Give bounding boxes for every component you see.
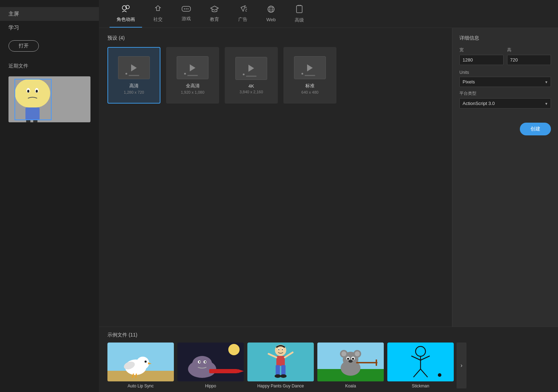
svg-line-33	[136, 374, 136, 378]
character-icon	[121, 5, 130, 14]
tab-ads[interactable]: 广告	[230, 0, 255, 28]
tab-games[interactable]: 游戏	[174, 0, 199, 28]
play-icon	[307, 64, 313, 71]
auto-lip-thumb	[107, 343, 174, 381]
svg-rect-53	[276, 365, 280, 375]
hippo-thumb	[177, 343, 244, 381]
svg-rect-71	[376, 359, 377, 366]
presets-section: 预设 (4) 高清 1,280 x 720	[99, 28, 452, 327]
open-btn-container: 打开	[0, 35, 99, 57]
stickman-name: Stickman	[387, 384, 454, 388]
happy-pants-name: Happy Pants Guy Dance	[247, 384, 314, 388]
examples-row: Auto Lip Sync	[107, 343, 550, 388]
tab-web[interactable]: Web	[259, 0, 283, 28]
preset-4k-size: 3,840 x 2,160	[240, 90, 263, 94]
sidebar: 主屏 学习 打开 近期文件	[0, 0, 99, 392]
example-happy-pants[interactable]: Happy Pants Guy Dance	[247, 343, 314, 388]
height-group: 高	[507, 47, 551, 65]
tab-games-label: 游戏	[182, 16, 191, 22]
svg-point-64	[355, 351, 360, 356]
happy-pants-thumb	[247, 343, 314, 381]
content-area: 预设 (4) 高清 1,280 x 720	[99, 28, 558, 327]
create-btn-container: 创建	[459, 123, 551, 135]
stickman-thumb	[387, 343, 454, 381]
preset-fullhd-name: 全高清	[186, 83, 200, 89]
svg-point-29	[145, 361, 147, 363]
recent-thumb-svg	[8, 76, 90, 122]
hippo-name: Hippo	[177, 384, 244, 388]
svg-rect-70	[356, 362, 377, 363]
width-label: 宽	[459, 47, 504, 53]
preset-standard-name: 标准	[305, 83, 315, 89]
koala-thumb	[317, 343, 384, 381]
svg-rect-54	[281, 365, 286, 375]
web-icon	[267, 5, 275, 15]
create-button[interactable]: 创建	[520, 123, 551, 135]
preset-hd[interactable]: 高清 1,280 x 720	[107, 47, 160, 104]
example-hippo[interactable]: Hippo	[177, 343, 244, 388]
platform-select-wrapper: ActionScript 3.0 HTML5 Canvas WebGL	[459, 98, 551, 109]
svg-rect-9	[33, 120, 37, 122]
preset-standard-icon	[294, 56, 326, 79]
svg-point-67	[347, 358, 349, 360]
preset-4k-icon	[235, 57, 267, 80]
sidebar-item-learn[interactable]: 学习	[0, 21, 99, 35]
height-label: 高	[507, 47, 551, 53]
tab-character-label: 角色动画	[117, 16, 135, 23]
advanced-icon	[296, 5, 303, 15]
svg-rect-8	[26, 120, 30, 122]
example-stickman[interactable]: Stickman	[387, 343, 454, 388]
svg-rect-42	[209, 369, 237, 373]
svg-point-41	[205, 361, 206, 363]
svg-point-49	[282, 349, 283, 350]
koala-name: Koala	[317, 384, 384, 388]
svg-point-14	[184, 8, 185, 10]
preset-full-hd[interactable]: 全高清 1,920 x 1,080	[166, 47, 219, 104]
tab-social-label: 社交	[153, 16, 163, 23]
svg-point-2	[19, 79, 46, 107]
svg-point-68	[352, 358, 354, 360]
svg-point-69	[348, 360, 353, 363]
play-icon	[248, 65, 254, 72]
details-title: 详细信息	[459, 35, 551, 41]
education-icon	[210, 5, 219, 14]
svg-point-15	[186, 8, 187, 10]
svg-point-40	[199, 361, 200, 363]
units-select[interactable]: Pixels Inches Centimeters	[459, 77, 551, 87]
platform-select[interactable]: ActionScript 3.0 HTML5 Canvas WebGL	[459, 98, 551, 109]
preset-4k-name: 4K	[248, 83, 254, 89]
presets-title: 预设 (4)	[107, 35, 444, 41]
height-input[interactable]	[507, 55, 551, 65]
tab-character[interactable]: 角色动画	[110, 0, 142, 28]
open-button[interactable]: 打开	[8, 40, 39, 52]
preset-standard[interactable]: 标准 640 x 480	[283, 47, 336, 104]
svg-point-79	[438, 373, 441, 377]
tab-advanced[interactable]: 高级	[287, 0, 312, 28]
examples-grid: Auto Lip Sync	[107, 343, 454, 388]
examples-title: 示例文件 (11)	[107, 332, 550, 338]
width-input[interactable]	[459, 55, 504, 65]
dot-icon	[243, 74, 245, 75]
tab-education[interactable]: 教育	[202, 0, 227, 28]
details-panel: 详细信息 宽 高 Units Pixels Inches Centimeters	[452, 28, 558, 327]
svg-point-35	[228, 344, 240, 355]
presets-grid: 高清 1,280 x 720 全高清 1,920 x 1,080	[107, 47, 444, 104]
recent-file-thumbnail[interactable]	[8, 76, 90, 122]
sidebar-item-home[interactable]: 主屏	[0, 7, 99, 21]
sidebar-home-label: 主屏	[8, 11, 19, 17]
preset-hd-icon	[118, 56, 150, 79]
examples-next-arrow[interactable]: ›	[457, 343, 466, 388]
preset-fullhd-size: 1,920 x 1,080	[181, 90, 205, 94]
svg-point-48	[278, 349, 280, 350]
tab-bar: 角色动画 社交 游戏	[99, 0, 558, 28]
tab-social[interactable]: 社交	[146, 0, 170, 28]
tab-education-label: 教育	[210, 16, 219, 23]
preset-4k[interactable]: 4K 3,840 x 2,160	[225, 47, 278, 104]
preset-hd-name: 高清	[129, 83, 139, 89]
tab-ads-label: 广告	[238, 16, 247, 23]
tab-advanced-label: 高级	[295, 17, 304, 23]
example-auto-lip-sync[interactable]: Auto Lip Sync	[107, 343, 174, 388]
example-koala[interactable]: Koala	[317, 343, 384, 388]
platform-label: 平台类型	[459, 90, 551, 96]
dot-icon	[301, 73, 303, 75]
